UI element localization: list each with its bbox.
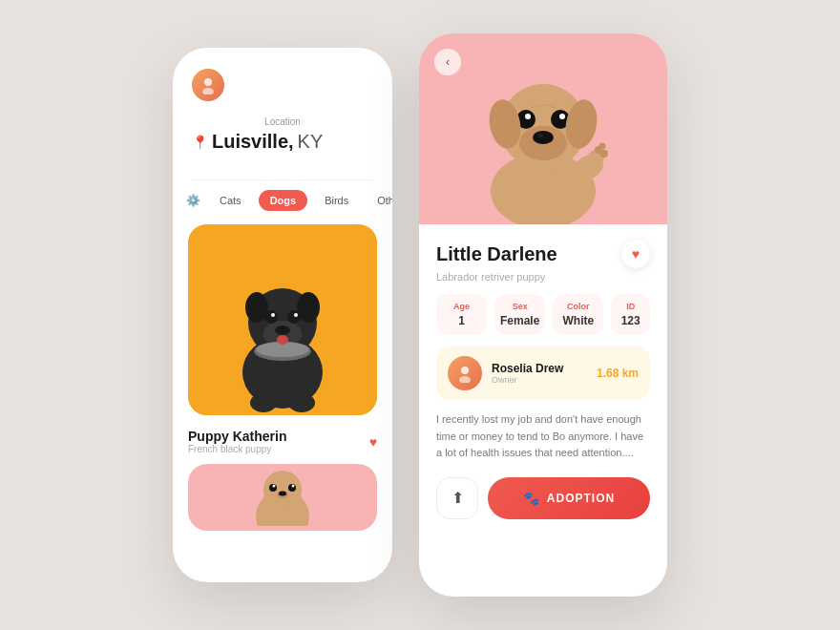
owner-distance-text: 1.68 km bbox=[597, 367, 639, 380]
pug-name-breed: Puppy Katherin French black puppy bbox=[188, 429, 286, 454]
svg-point-28 bbox=[533, 131, 554, 144]
user-avatar[interactable] bbox=[192, 69, 224, 101]
pug-pet-info: Puppy Katherin French black puppy ♥ bbox=[173, 419, 392, 460]
svg-point-39 bbox=[600, 150, 608, 158]
left-top-section: Location 📍 Luisville, KY bbox=[173, 48, 392, 179]
stat-sex: Sex Female bbox=[494, 294, 545, 335]
paw-icon: 🐾 bbox=[523, 491, 539, 506]
left-phone-screen: Location 📍 Luisville, KY ⚙️ Cats Dogs Bi… bbox=[173, 48, 392, 582]
heart-filled-icon: ♥ bbox=[632, 246, 640, 262]
svg-point-18 bbox=[263, 471, 302, 509]
location-state: KY bbox=[298, 131, 324, 153]
pug-pet-card[interactable] bbox=[188, 224, 377, 415]
svg-point-14 bbox=[277, 335, 288, 345]
lab-peek-card[interactable] bbox=[188, 464, 377, 531]
svg-point-21 bbox=[273, 485, 276, 488]
category-filter-row: ⚙️ Cats Dogs Birds Othe... bbox=[173, 180, 392, 220]
filter-dogs[interactable]: Dogs bbox=[259, 190, 308, 211]
stat-age: Age 1 bbox=[436, 294, 487, 335]
svg-point-32 bbox=[525, 114, 531, 119]
svg-point-1 bbox=[202, 88, 214, 94]
svg-point-15 bbox=[250, 393, 277, 412]
svg-point-16 bbox=[288, 393, 315, 412]
svg-point-40 bbox=[599, 143, 606, 150]
lab-full-svg bbox=[448, 43, 639, 224]
svg-point-10 bbox=[245, 292, 268, 323]
stat-sex-value: Female bbox=[500, 314, 539, 327]
share-button[interactable]: ⬆ bbox=[436, 477, 478, 519]
svg-point-9 bbox=[294, 313, 298, 317]
svg-point-41 bbox=[461, 367, 469, 374]
pet-description-text: I recently lost my job and don't have en… bbox=[436, 411, 650, 462]
owner-info: Roselia Drew Owner bbox=[492, 362, 587, 385]
stat-color-label: Color bbox=[558, 302, 598, 311]
svg-point-11 bbox=[297, 292, 320, 323]
filter-birds[interactable]: Birds bbox=[313, 190, 360, 211]
filter-icon[interactable]: ⚙️ bbox=[186, 194, 200, 207]
location-display: 📍 Luisville, KY bbox=[192, 131, 373, 153]
back-button[interactable]: ‹ bbox=[434, 49, 461, 75]
pug-svg bbox=[211, 239, 354, 415]
owner-name-text: Roselia Drew bbox=[492, 362, 587, 375]
pug-name: Puppy Katherin bbox=[188, 429, 286, 444]
lab-peek-svg bbox=[244, 469, 321, 526]
location-label-text: Location bbox=[192, 116, 373, 127]
svg-point-5 bbox=[275, 326, 290, 335]
stat-id-label: ID bbox=[617, 302, 644, 311]
pug-breed: French black puppy bbox=[188, 444, 286, 454]
svg-point-42 bbox=[459, 376, 471, 383]
share-icon: ⬆ bbox=[452, 489, 464, 507]
bottom-actions: ⬆ 🐾 ADOPTION bbox=[436, 477, 650, 519]
location-city: Luisville, bbox=[212, 131, 294, 153]
dog-photo-section: ‹ bbox=[419, 33, 667, 224]
stat-age-label: Age bbox=[442, 302, 481, 311]
stats-row: Age 1 Sex Female Color White ID 123 bbox=[436, 294, 650, 335]
right-phone-screen: ‹ bbox=[419, 33, 667, 597]
pug-illustration bbox=[188, 224, 377, 415]
adoption-button[interactable]: 🐾 ADOPTION bbox=[488, 477, 650, 519]
svg-point-33 bbox=[559, 114, 565, 119]
svg-point-29 bbox=[537, 134, 543, 137]
back-arrow-icon: ‹ bbox=[446, 55, 450, 69]
favorite-button[interactable]: ♥ bbox=[621, 240, 650, 268]
pug-heart-icon[interactable]: ♥ bbox=[369, 434, 377, 450]
stat-id: ID 123 bbox=[611, 294, 650, 335]
owner-avatar bbox=[448, 356, 482, 390]
owner-role-text: Owner bbox=[492, 375, 587, 385]
svg-point-0 bbox=[204, 78, 212, 86]
svg-point-24 bbox=[279, 492, 286, 496]
svg-point-22 bbox=[292, 485, 295, 488]
stat-sex-label: Sex bbox=[500, 302, 539, 311]
right-content-area: Little Darlene ♥ Labrador retriver puppy… bbox=[419, 224, 667, 535]
dog-name-row: Little Darlene ♥ bbox=[436, 240, 650, 268]
stat-id-value: 123 bbox=[617, 314, 644, 327]
location-pin-icon: 📍 bbox=[192, 135, 208, 150]
stat-age-value: 1 bbox=[442, 314, 481, 327]
adoption-button-label: ADOPTION bbox=[547, 492, 615, 505]
dog-breed-text: Labrador retriver puppy bbox=[436, 271, 650, 283]
filter-cats[interactable]: Cats bbox=[208, 190, 253, 211]
stat-color: Color White bbox=[553, 294, 603, 335]
owner-section: Roselia Drew Owner 1.68 km bbox=[436, 346, 650, 400]
svg-point-8 bbox=[271, 313, 275, 317]
avatar-image bbox=[192, 69, 224, 101]
filter-other[interactable]: Othe... bbox=[366, 190, 392, 211]
stat-color-value: White bbox=[558, 314, 598, 327]
screens-container: Location 📍 Luisville, KY ⚙️ Cats Dogs Bi… bbox=[144, 5, 696, 625]
dog-name-text: Little Darlene bbox=[436, 243, 557, 265]
